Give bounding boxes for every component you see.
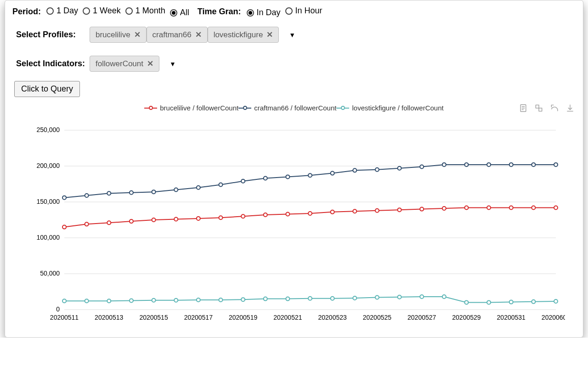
- series-lovestickfigure: [62, 295, 558, 304]
- svg-point-36: [85, 194, 89, 197]
- legend-item[interactable]: lovestickfigure / followerCount: [336, 104, 443, 112]
- svg-point-68: [286, 297, 289, 301]
- close-icon[interactable]: ✕: [134, 30, 141, 40]
- svg-rect-4: [536, 105, 539, 108]
- legend-swatch-icon: [238, 105, 251, 111]
- y-tick-label: 100,000: [36, 234, 60, 241]
- svg-point-60: [107, 299, 111, 303]
- svg-point-25: [353, 209, 356, 213]
- zoom-icon[interactable]: [534, 104, 543, 113]
- legend-item[interactable]: craftman66 / followerCount: [238, 104, 336, 112]
- svg-point-51: [420, 165, 424, 169]
- svg-point-62: [152, 299, 156, 302]
- radio-icon: [247, 9, 254, 17]
- svg-point-12: [62, 225, 66, 229]
- svg-point-55: [509, 163, 513, 167]
- x-tick-label: 20200511: [50, 314, 79, 321]
- svg-point-49: [375, 168, 379, 172]
- svg-point-40: [174, 188, 178, 191]
- timegran-label: Time Gran:: [198, 7, 241, 17]
- svg-point-73: [398, 295, 401, 299]
- analytics-panel: Period: 1 Day1 Week1 MonthAll Time Gran:…: [5, 0, 583, 338]
- svg-point-19: [219, 216, 222, 219]
- timegran-option-in-hour[interactable]: In Hour: [285, 6, 322, 16]
- svg-point-57: [554, 163, 558, 167]
- radio-label: In Day: [257, 8, 281, 17]
- svg-point-69: [308, 297, 312, 300]
- profile-chip-lovestickfigure[interactable]: lovestickfigure✕: [208, 27, 279, 43]
- x-tick-label: 20200527: [407, 314, 436, 321]
- svg-point-65: [219, 298, 222, 302]
- data-view-icon[interactable]: [519, 104, 528, 113]
- download-icon[interactable]: [565, 104, 575, 113]
- close-icon[interactable]: ✕: [195, 30, 202, 40]
- svg-point-41: [197, 186, 200, 190]
- legend-item[interactable]: brucelilive / followerCount: [144, 104, 238, 112]
- x-tick-label: 20200602: [542, 314, 565, 321]
- x-tick-label: 20200523: [318, 314, 347, 321]
- indicators-dropdown-caret[interactable]: ▼: [170, 60, 176, 68]
- legend-swatch-icon: [144, 105, 157, 111]
- svg-point-75: [442, 295, 446, 299]
- profiles-dropdown-caret[interactable]: ▼: [289, 31, 295, 39]
- svg-point-53: [464, 163, 468, 167]
- x-tick-label: 20200513: [95, 314, 124, 321]
- radio-icon: [285, 7, 293, 15]
- timegran-option-in-day[interactable]: In Day: [247, 8, 281, 17]
- svg-point-28: [420, 207, 424, 211]
- x-tick-label: 20200517: [184, 314, 213, 321]
- y-tick-label: 250,000: [36, 126, 60, 133]
- radio-label: 1 Week: [93, 6, 121, 16]
- close-icon[interactable]: ✕: [147, 59, 153, 69]
- chart-toolbar: [519, 104, 575, 113]
- svg-point-54: [487, 163, 491, 167]
- line-chart: 050,000100,000150,000200,000250,00020200…: [23, 126, 565, 328]
- svg-point-30: [464, 206, 468, 209]
- profile-chip-brucelilive[interactable]: brucelilive✕: [90, 27, 147, 43]
- svg-point-20: [241, 214, 245, 218]
- query-button[interactable]: Click to Query: [14, 81, 80, 97]
- restore-icon[interactable]: [550, 104, 559, 113]
- svg-point-52: [442, 163, 446, 167]
- svg-point-63: [174, 299, 178, 302]
- svg-point-45: [286, 175, 289, 178]
- svg-point-59: [85, 299, 89, 303]
- indicator-chip-followercount[interactable]: followerCount✕: [90, 56, 159, 72]
- svg-point-80: [554, 299, 558, 303]
- x-tick-label: 20200531: [497, 314, 526, 321]
- period-option-1-week[interactable]: 1 Week: [83, 6, 121, 16]
- period-option-1-day[interactable]: 1 Day: [46, 6, 78, 16]
- close-icon[interactable]: ✕: [266, 30, 273, 40]
- svg-point-39: [152, 190, 156, 194]
- legend-label: craftman66 / followerCount: [254, 104, 336, 112]
- legend-row: brucelilive / followerCountcraftman66 / …: [5, 104, 583, 112]
- svg-point-46: [308, 173, 312, 177]
- period-option-all[interactable]: All: [170, 8, 189, 17]
- chart-container: 050,000100,000150,000200,000250,00020200…: [5, 126, 583, 328]
- svg-point-76: [464, 300, 468, 304]
- svg-rect-5: [539, 108, 542, 111]
- svg-point-33: [531, 206, 535, 209]
- chip-label: craftman66: [153, 30, 192, 40]
- period-label: Period:: [12, 7, 41, 17]
- select-indicators-row: Select Indicators: followerCount✕ ▼: [5, 49, 583, 78]
- legend-label: lovestickfigure / followerCount: [352, 104, 443, 112]
- svg-point-37: [107, 191, 111, 195]
- controls-row: Period: 1 Day1 Week1 MonthAll Time Gran:…: [5, 3, 583, 20]
- period-option-1-month[interactable]: 1 Month: [125, 6, 165, 16]
- series-brucelilive: [62, 206, 558, 229]
- svg-point-79: [531, 300, 535, 304]
- svg-point-32: [509, 206, 513, 209]
- radio-icon: [170, 9, 177, 17]
- select-indicators-label: Select Indicators:: [16, 59, 85, 69]
- radio-icon: [46, 7, 54, 15]
- x-tick-label: 20200529: [452, 314, 481, 321]
- chip-label: lovestickfigure: [214, 30, 263, 40]
- y-tick-label: 200,000: [36, 162, 60, 169]
- svg-point-31: [487, 206, 491, 209]
- svg-point-48: [353, 168, 356, 172]
- x-tick-label: 20200519: [229, 314, 258, 321]
- x-tick-label: 20200521: [273, 314, 302, 321]
- svg-point-22: [286, 213, 289, 216]
- profile-chip-craftman66[interactable]: craftman66✕: [147, 27, 208, 43]
